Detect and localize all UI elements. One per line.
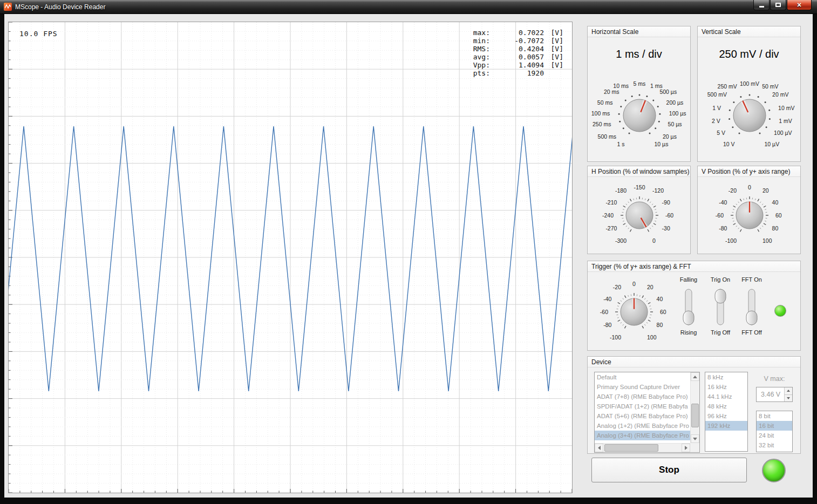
vmax-decrement-button[interactable]	[785, 395, 792, 402]
stat-label: RMS:	[460, 45, 490, 53]
device-item[interactable]: Default	[595, 372, 690, 382]
samplerate-item[interactable]: 44.1 kHz	[705, 392, 747, 401]
vmax-label: V max:	[753, 375, 796, 383]
knob-tick-label: -60	[600, 309, 608, 315]
scroll-down-button[interactable]	[691, 434, 699, 443]
device-listbox[interactable]: DefaultPrimary Sound Capture DriverADAT …	[594, 372, 700, 453]
knob-tick-label: -100	[725, 237, 737, 244]
stat-value: 0.0057	[490, 53, 544, 61]
knob-tick-label: 50 µs	[668, 121, 682, 127]
titlebar[interactable]: MScope - Audio Device Reader ×	[0, 0, 817, 14]
stat-value: 0.4204	[490, 45, 544, 53]
knob-tick-label: 10 µV	[765, 141, 780, 147]
knob-svg: -100-80-60-40-20020406080100	[698, 178, 801, 254]
toggle-switch-1[interactable]: Trig OnTrig Off	[703, 276, 738, 337]
stat-label: max:	[460, 29, 490, 37]
horizontal-scale-knob[interactable]: 1 s500 ms250 ms100 ms50 ms20 ms10 ms5 ms…	[588, 60, 691, 159]
knob-tick-label: 0	[632, 281, 636, 287]
scroll-up-button[interactable]	[691, 372, 699, 381]
knob-tick-label: 100 mV	[740, 80, 759, 87]
samplerate-listbox[interactable]: 8 kHz16 kHz44.1 kHz48 kHz96 kHz192 kHz	[705, 372, 748, 452]
close-button[interactable]: ×	[787, 0, 812, 10]
stop-button[interactable]: Stop	[591, 458, 747, 482]
bitdepth-item[interactable]: 8 bit	[757, 411, 792, 421]
scope-display: 10.0 FPS max:0.7022[V]min:-0.7072[V]RMS:…	[8, 22, 573, 493]
device-item[interactable]: Analog (1+2) (RME Babyface Pro	[595, 421, 690, 431]
device-list-vscrollbar[interactable]	[690, 372, 699, 443]
knob-tick-label: -80	[603, 322, 611, 328]
minimize-button[interactable]	[753, 0, 770, 10]
switch-top-label: Trig On	[711, 276, 730, 284]
scroll-up-icon	[693, 376, 697, 378]
fps-label: 10.0 FPS	[19, 30, 58, 38]
device-list-hscrollbar[interactable]	[595, 443, 690, 452]
samplerate-item[interactable]: 48 kHz	[705, 401, 747, 411]
vmax-increment-button[interactable]	[785, 387, 792, 395]
knob-tick-label: 100 µs	[669, 110, 686, 117]
panel-title: Vertical Scale	[698, 26, 800, 37]
knob-tick-label: -20	[729, 187, 737, 194]
knob-tick-label: 500 mV	[707, 91, 727, 98]
samplerate-item[interactable]: 8 kHz	[705, 372, 747, 382]
knob-svg: -100-80-60-40-20020406080100	[589, 273, 679, 351]
knob-tick-label: 10 µs	[655, 141, 669, 147]
panel-horizontal-scale: Horizontal Scale 1 ms / div 1 s500 ms250…	[587, 26, 691, 162]
scope-plot	[9, 22, 572, 493]
hscroll-thumb[interactable]	[604, 444, 658, 452]
v-position-knob[interactable]: -100-80-60-40-20020406080100	[698, 178, 801, 254]
trigger-level-knob[interactable]: -100-80-60-40-20020406080100	[589, 273, 679, 351]
bitdepth-item[interactable]: 24 bit	[757, 431, 792, 440]
bitdepth-item[interactable]: 32 bit	[757, 440, 792, 450]
device-list-items: DefaultPrimary Sound Capture DriverADAT …	[595, 372, 690, 443]
knob-tick-label: 40	[772, 199, 779, 206]
knob-tick-label: 60	[775, 212, 782, 219]
panel-title: Horizontal Scale	[588, 26, 690, 37]
switch-top-label: FFT On	[741, 276, 762, 284]
switch-bottom-label: Rising	[680, 329, 697, 337]
knob-tick-label: 250 mV	[718, 83, 737, 90]
h-position-knob[interactable]: -300-270-240-210-180-150-120-90-60-300	[588, 178, 691, 254]
device-item[interactable]: Primary Sound Capture Driver	[595, 382, 690, 392]
vmax-spinner[interactable]: 3.46 V	[756, 387, 793, 402]
knob-tick-label: 200 µs	[666, 99, 684, 106]
stat-unit	[544, 69, 563, 77]
toggle-switch-2[interactable]: FFT OnFFT Off	[734, 276, 769, 337]
device-item[interactable]: ADAT (7+8) (RME Babyface Pro)	[595, 392, 690, 401]
knob-tick-label: -150	[634, 184, 645, 190]
knob-tick-label: 500 µs	[659, 88, 677, 95]
device-item[interactable]: ADAT (5+6) (RME Babyface Pro)	[595, 411, 690, 421]
stat-value: -0.7072	[490, 37, 544, 45]
toggle-switch-0[interactable]: FallingRising	[671, 276, 706, 337]
knob-tick-label: 0	[652, 237, 656, 244]
maximize-button[interactable]	[770, 0, 786, 10]
knob-tick-label: -20	[613, 284, 621, 290]
scroll-right-button[interactable]	[682, 444, 690, 452]
device-item[interactable]: SPDIF/ADAT (1+2) (RME Babyfa	[595, 401, 690, 411]
knob-tick-label: -100	[610, 334, 621, 340]
bitdepth-item[interactable]: 16 bit	[757, 421, 792, 431]
scroll-left-button[interactable]	[595, 444, 603, 452]
bitdepth-listbox[interactable]: 8 bit16 bit24 bit32 bit	[756, 411, 793, 452]
knob-tick-label: -40	[603, 296, 611, 302]
vertical-scale-knob[interactable]: 10 V5 V2 V1 V500 mV250 mV100 mV50 mV20 m…	[698, 60, 801, 159]
stat-unit: [V]	[544, 61, 563, 69]
knob-svg: 10 V5 V2 V1 V500 mV250 mV100 mV50 mV20 m…	[698, 60, 801, 159]
trigger-lamp	[774, 305, 786, 317]
knob-tick-label: 60	[660, 309, 666, 315]
samplerate-item[interactable]: 192 kHz	[705, 421, 747, 431]
stat-label: min:	[460, 37, 490, 45]
knob-tick-label: 100	[647, 334, 657, 340]
window-controls: ×	[753, 0, 812, 10]
scroll-right-icon	[685, 446, 687, 450]
knob-tick-label: 50 ms	[597, 99, 613, 106]
knob-tick-label: 50 mV	[762, 83, 778, 90]
maximize-icon	[775, 3, 781, 7]
switch-top-label: Falling	[680, 276, 697, 284]
rocker-switch-icon	[744, 288, 760, 326]
vscroll-thumb[interactable]	[691, 404, 699, 427]
samplerate-item[interactable]: 16 kHz	[705, 382, 747, 392]
samplerate-item[interactable]: 96 kHz	[705, 411, 747, 421]
device-item[interactable]: Analog (3+4) (RME Babyface Pro	[595, 431, 690, 440]
panel-title: Device	[588, 357, 800, 367]
app-icon	[4, 3, 12, 11]
